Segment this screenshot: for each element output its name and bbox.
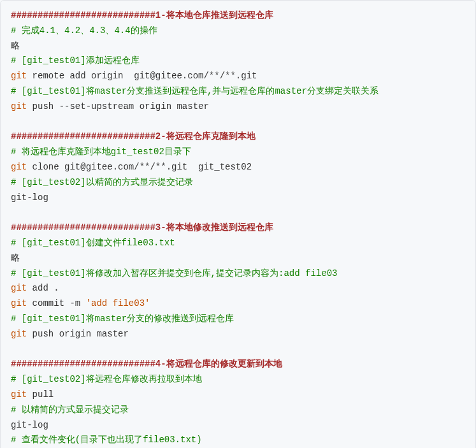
git-cmd: git	[11, 101, 27, 112]
git-cmd: git	[11, 389, 27, 400]
comment-line: # [git_test02]以精简的方式显示提交记录	[11, 175, 465, 191]
git-args: push --set-upstream origin master	[27, 101, 209, 112]
comment-text: # [git_test01]将master分支的修改推送到远程仓库	[11, 314, 234, 324]
command-line: git-log	[11, 418, 465, 433]
command-line: git remote add origin git@gitee.com/**/*…	[11, 69, 465, 84]
git-cmd: git	[11, 71, 27, 81]
command-line: git push --set-upstream origin master	[11, 99, 465, 115]
command-line: git add .	[11, 281, 465, 296]
comment-text: # [git_test02]将远程仓库修改再拉取到本地	[11, 374, 202, 384]
comment-line: # [git_test01]将master分支的修改推送到远程仓库	[11, 312, 465, 327]
comment-line: # [git_test01]添加远程仓库	[11, 54, 465, 69]
comment-text: # [git_test01]添加远程仓库	[11, 55, 140, 66]
comment-text: # 以精简的方式显示提交记录	[11, 405, 129, 415]
section-header: ###########################4-将远程仓库的修改更新到…	[11, 357, 465, 372]
git-args: pull	[27, 389, 54, 400]
git-args: commit -m	[27, 298, 85, 308]
comment-text: # 完成4.1、4.2、4.3、4.4的操作	[11, 25, 157, 36]
command-line: git pull	[11, 387, 465, 403]
comment-text: # [git_test01]将修改加入暂存区并提交到仓库,提交记录内容为:add…	[11, 268, 337, 278]
header-text: ###########################1-将本地仓库推送到远程仓…	[11, 10, 273, 20]
git-args: add .	[27, 283, 59, 293]
section-header: ###########################3-将本地修改推送到远程仓…	[11, 220, 465, 236]
git-alias: git-log	[11, 192, 48, 203]
command-line: git push origin master	[11, 327, 465, 342]
command-line: git clone git@gitee.com/**/**.git git_te…	[11, 160, 465, 175]
comment-line: # [git_test01]将修改加入暂存区并提交到仓库,提交记录内容为:add…	[11, 266, 465, 282]
git-cmd: git	[11, 162, 27, 172]
git-cmd: git	[11, 283, 27, 293]
comment-line: # 以精简的方式显示提交记录	[11, 403, 465, 418]
omitted-text: 略	[11, 41, 20, 51]
blank-line	[11, 115, 465, 130]
blank-line	[11, 342, 465, 358]
commit-msg: 'add file03'	[86, 298, 150, 308]
header-text: ###########################2-将远程仓库克隆到本地	[11, 131, 256, 141]
header-text: ###########################3-将本地修改推送到远程仓…	[11, 222, 273, 233]
git-args: clone git@gitee.com/**/**.git git_test02	[27, 162, 252, 172]
git-args: remote add origin git@gitee.com/**/**.gi…	[27, 71, 257, 81]
section-header: ###########################2-将远程仓库克隆到本地	[11, 129, 465, 145]
omitted-line: 略	[11, 251, 465, 266]
comment-line: # 将远程仓库克隆到本地git_test02目录下	[11, 145, 465, 160]
comment-text: # [git_test01]将master分支推送到远程仓库,并与远程仓库的ma…	[11, 86, 379, 96]
comment-line: # 查看文件变化(目录下也出现了file03.txt)	[11, 433, 465, 448]
omitted-line: 略	[11, 39, 465, 54]
comment-line: # 完成4.1、4.2、4.3、4.4的操作	[11, 24, 465, 39]
git-cmd: git	[11, 329, 27, 339]
git-cmd: git	[11, 298, 27, 308]
blank-line	[11, 205, 465, 220]
section-header: ###########################1-将本地仓库推送到远程仓…	[11, 8, 465, 24]
comment-line: # [git_test01]将master分支推送到远程仓库,并与远程仓库的ma…	[11, 84, 465, 99]
git-args: push origin master	[27, 329, 129, 339]
comment-text: # [git_test01]创建文件file03.txt	[11, 238, 175, 248]
header-text: ###########################4-将远程仓库的修改更新到…	[11, 359, 282, 369]
comment-text: # 查看文件变化(目录下也出现了file03.txt)	[11, 435, 202, 445]
comment-text: # 将远程仓库克隆到本地git_test02目录下	[11, 147, 191, 157]
comment-text: # [git_test02]以精简的方式显示提交记录	[11, 177, 193, 187]
omitted-text: 略	[11, 253, 20, 263]
command-line: git-log	[11, 191, 465, 206]
comment-line: # [git_test02]将远程仓库修改再拉取到本地	[11, 372, 465, 387]
comment-line: # [git_test01]创建文件file03.txt	[11, 236, 465, 251]
command-line: git commit -m 'add file03'	[11, 296, 465, 312]
git-alias: git-log	[11, 420, 48, 430]
